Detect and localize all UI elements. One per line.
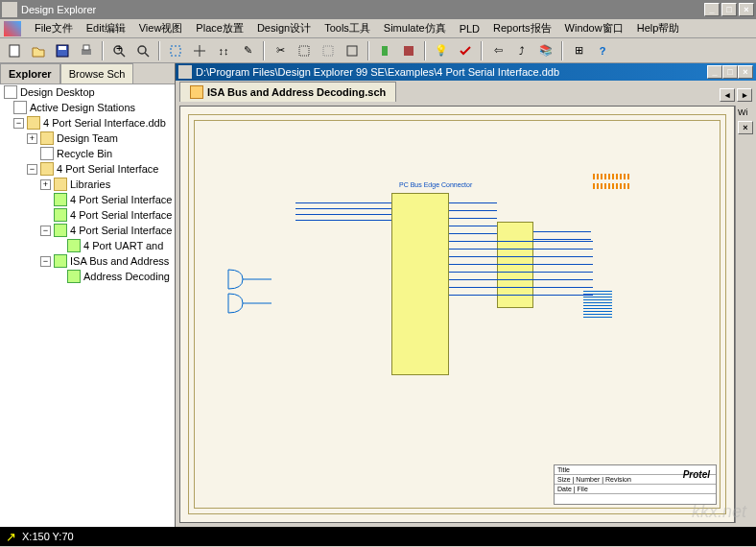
move-icon[interactable] bbox=[189, 40, 210, 61]
menu-pld[interactable]: PLD bbox=[454, 21, 485, 36]
zoom-in-icon[interactable]: + bbox=[108, 40, 130, 61]
sch-tab-icon bbox=[190, 85, 203, 99]
help-icon[interactable]: ? bbox=[592, 40, 613, 61]
tree-node-sch3[interactable]: −4 Port Serial Interface bbox=[0, 223, 175, 238]
tree-node-team[interactable]: +Design Team bbox=[0, 131, 175, 146]
doc-close-button[interactable]: × bbox=[738, 65, 753, 79]
tree-node-address[interactable]: Address Decoding bbox=[0, 269, 175, 284]
menu-design[interactable]: Design设计 bbox=[251, 19, 317, 37]
check-icon[interactable] bbox=[455, 40, 476, 61]
menu-reports[interactable]: Reports报告 bbox=[487, 19, 557, 37]
sch-icon bbox=[67, 239, 81, 252]
header-icon bbox=[583, 289, 612, 318]
tool-icon[interactable]: ↕↕ bbox=[213, 40, 234, 61]
sheet-icon[interactable] bbox=[398, 40, 419, 61]
window-titlebar: Design Explorer _ □ × bbox=[0, 0, 756, 19]
doc-app-icon bbox=[178, 65, 192, 79]
svg-rect-10 bbox=[171, 46, 180, 56]
menu-edit[interactable]: Edit编辑 bbox=[81, 19, 131, 37]
tab-explorer[interactable]: Explorer bbox=[0, 63, 60, 83]
menu-window[interactable]: Window窗口 bbox=[559, 19, 629, 37]
zoom-out-icon[interactable] bbox=[132, 40, 154, 61]
ddb-icon bbox=[27, 116, 40, 130]
new-icon[interactable] bbox=[4, 40, 25, 61]
folder-icon bbox=[40, 131, 54, 145]
doc-minimize-button[interactable]: _ bbox=[707, 65, 722, 79]
document-area: D:\Program Files\Design Explorer 99 SE\E… bbox=[176, 63, 756, 527]
window-title: Design Explorer bbox=[21, 4, 704, 15]
menu-tools[interactable]: Tools工具 bbox=[319, 19, 376, 37]
print-icon[interactable] bbox=[76, 40, 97, 61]
collapse-icon[interactable]: − bbox=[27, 164, 37, 175]
open-icon[interactable] bbox=[28, 40, 49, 61]
up-icon[interactable]: ⤴ bbox=[511, 40, 532, 61]
menubar: File文件 Edit编辑 View视图 Place放置 Design设计 To… bbox=[0, 19, 756, 38]
pencil-icon[interactable]: ✎ bbox=[237, 40, 258, 61]
statusbar: ↗ X:150 Y:70 bbox=[0, 527, 756, 546]
collapse-icon[interactable]: − bbox=[40, 226, 51, 236]
tree-node-stations[interactable]: Active Design Stations bbox=[0, 100, 175, 115]
tab-browse-sch[interactable]: Browse Sch bbox=[60, 63, 134, 83]
svg-rect-4 bbox=[83, 45, 89, 50]
document-path: D:\Program Files\Design Explorer 99 SE\E… bbox=[196, 66, 707, 78]
doc-maximize-button[interactable]: □ bbox=[722, 65, 738, 79]
cut-icon[interactable]: ✂ bbox=[270, 40, 291, 61]
protel-logo: Protel bbox=[683, 469, 710, 480]
strip-close-button[interactable]: × bbox=[738, 121, 753, 134]
tree-node-uart[interactable]: 4 Port UART and bbox=[0, 238, 175, 253]
tree-view[interactable]: Design Desktop Active Design Stations −4… bbox=[0, 84, 175, 527]
select-rect-icon[interactable] bbox=[294, 40, 315, 61]
tree-node-project[interactable]: −4 Port Serial Interface bbox=[0, 161, 175, 177]
menu-view[interactable]: View视图 bbox=[133, 19, 189, 37]
svg-point-8 bbox=[138, 46, 146, 54]
expand-icon[interactable]: + bbox=[40, 179, 51, 190]
left-panel: Explorer Browse Sch Design Desktop Activ… bbox=[0, 63, 176, 527]
library-icon[interactable]: 📚 bbox=[535, 40, 556, 61]
tab-prev-button[interactable]: ◂ bbox=[720, 88, 735, 102]
document-titlebar: D:\Program Files\Design Explorer 99 SE\E… bbox=[176, 63, 756, 81]
select2-icon[interactable] bbox=[318, 40, 339, 61]
save-icon[interactable] bbox=[52, 40, 73, 61]
desktop-icon bbox=[4, 85, 17, 99]
tree-node-sch2[interactable]: 4 Port Serial Interface bbox=[0, 207, 175, 223]
schematic-canvas[interactable]: PC Bus Edge Connector bbox=[179, 106, 735, 523]
station-icon bbox=[13, 101, 27, 114]
svg-text:+: + bbox=[116, 43, 122, 54]
watermark: kkx.net bbox=[692, 502, 746, 522]
grid-icon[interactable]: ⊞ bbox=[568, 40, 589, 61]
menu-place[interactable]: Place放置 bbox=[190, 19, 249, 37]
minimize-button[interactable]: _ bbox=[704, 3, 720, 16]
maximize-button[interactable]: □ bbox=[721, 3, 737, 16]
tree-node-desktop[interactable]: Design Desktop bbox=[0, 84, 175, 100]
collapse-icon[interactable]: − bbox=[13, 118, 24, 129]
document-tab[interactable]: ISA Bus and Address Decoding.sch bbox=[179, 82, 396, 102]
collapse-icon[interactable]: − bbox=[40, 256, 51, 267]
menu-help[interactable]: Help帮助 bbox=[631, 19, 686, 37]
svg-line-9 bbox=[145, 53, 149, 57]
svg-rect-14 bbox=[382, 46, 388, 56]
select-icon[interactable] bbox=[165, 40, 186, 61]
connector-icon bbox=[593, 174, 631, 179]
gate-cluster bbox=[224, 260, 291, 318]
tree-node-isa[interactable]: −ISA Bus and Address bbox=[0, 253, 175, 269]
right-toolstrip[interactable]: Wi × bbox=[735, 106, 752, 523]
tab-next-button[interactable]: ▸ bbox=[737, 88, 752, 102]
tree-node-recycle[interactable]: Recycle Bin bbox=[0, 146, 175, 161]
menu-logo-icon bbox=[4, 21, 21, 36]
sch-icon bbox=[54, 224, 67, 237]
folder-icon bbox=[40, 162, 54, 176]
menu-file[interactable]: File文件 bbox=[29, 19, 79, 37]
title-block: Protel Title Size | Number | Revision Da… bbox=[554, 464, 717, 505]
tree-node-libraries[interactable]: +Libraries bbox=[0, 177, 175, 192]
component-icon[interactable] bbox=[374, 40, 395, 61]
select3-icon[interactable] bbox=[342, 40, 363, 61]
sch-icon bbox=[54, 208, 67, 222]
tree-node-sch1[interactable]: 4 Port Serial Interface bbox=[0, 192, 175, 207]
back-icon[interactable]: ⇦ bbox=[487, 40, 508, 61]
tree-node-ddb[interactable]: −4 Port Serial Interface.ddb bbox=[0, 115, 175, 131]
menu-simulate[interactable]: Simulate仿真 bbox=[378, 19, 452, 37]
bulb-icon[interactable]: 💡 bbox=[431, 40, 452, 61]
close-button[interactable]: × bbox=[739, 3, 754, 16]
expand-icon[interactable]: + bbox=[27, 133, 37, 144]
svg-rect-2 bbox=[59, 46, 66, 50]
